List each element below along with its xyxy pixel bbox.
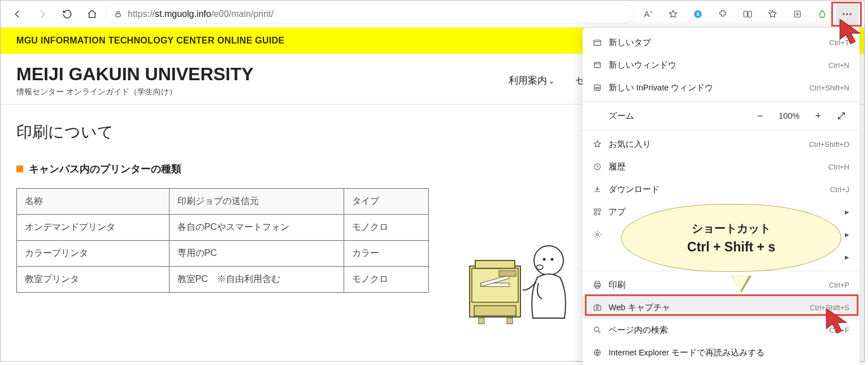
url-scheme: https:// bbox=[128, 9, 155, 19]
svg-point-36 bbox=[594, 327, 599, 332]
cell: モノクロ bbox=[344, 215, 429, 241]
svg-rect-28 bbox=[598, 209, 600, 211]
url-path: /e00/main/print/ bbox=[211, 9, 274, 19]
cell: カラー bbox=[344, 241, 429, 267]
th-name: 名称 bbox=[17, 189, 170, 215]
menu-shortcut: Ctrl+Shift+N bbox=[809, 84, 849, 92]
inprivate-icon bbox=[593, 83, 609, 92]
svg-rect-14 bbox=[507, 318, 513, 324]
chevron-right-icon: ▸ bbox=[845, 207, 849, 216]
menu-inprivate[interactable]: 新しい InPrivate ウィンドウ Ctrl+Shift+N bbox=[583, 76, 860, 99]
printer-link-ondemand[interactable]: オンデマンドプリンタ bbox=[17, 215, 170, 241]
cell: モノクロ bbox=[344, 267, 429, 293]
printer-link-color[interactable]: カラープリンタ bbox=[17, 241, 170, 267]
menu-label: 新しい InPrivate ウィンドウ bbox=[609, 82, 809, 93]
svg-text:S: S bbox=[696, 11, 700, 17]
menu-history[interactable]: 履歴 Ctrl+H bbox=[583, 155, 860, 178]
address-bar[interactable]: https://st.mguolg.info/e00/main/print/ bbox=[106, 5, 635, 24]
cursor-annotation-icon bbox=[837, 16, 867, 47]
menu-web-capture[interactable]: Web キャプチャ Ctrl+Shift+S bbox=[583, 296, 860, 319]
printer-link-classroom[interactable]: 教室プリンタ bbox=[17, 267, 170, 293]
svg-rect-11 bbox=[475, 260, 515, 268]
menu-ie-mode[interactable]: Internet Explorer モードで再読み込みする bbox=[583, 341, 860, 364]
menu-separator bbox=[583, 130, 860, 131]
favorites-icon[interactable] bbox=[761, 4, 784, 24]
menu-label: 新しいタブ bbox=[609, 37, 829, 48]
table-row: カラープリンタ 専用のPC カラー bbox=[17, 241, 429, 267]
svg-point-8 bbox=[850, 13, 852, 15]
nav-usage[interactable]: 利用案内 bbox=[509, 74, 555, 87]
performance-icon[interactable] bbox=[811, 4, 834, 24]
gear-icon bbox=[593, 230, 609, 239]
illustration bbox=[464, 227, 577, 340]
callout-bubble: ショートカット Ctrl + Shift + s bbox=[621, 204, 841, 289]
extensions-icon[interactable] bbox=[711, 4, 734, 24]
ie-icon bbox=[593, 348, 609, 357]
download-icon bbox=[593, 185, 609, 194]
menu-separator bbox=[583, 101, 860, 102]
cursor-annotation-icon bbox=[823, 306, 854, 336]
chevron-right-icon: ▸ bbox=[845, 253, 849, 262]
capture-icon bbox=[593, 303, 609, 312]
fullscreen-button[interactable] bbox=[837, 111, 849, 120]
svg-point-30 bbox=[596, 233, 598, 236]
refresh-button[interactable] bbox=[56, 4, 79, 24]
svg-rect-13 bbox=[479, 318, 484, 324]
svg-rect-12 bbox=[474, 306, 516, 316]
cell: 専用のPC bbox=[169, 241, 344, 267]
svg-rect-0 bbox=[116, 14, 120, 16]
tab-icon bbox=[593, 38, 609, 47]
svg-point-7 bbox=[847, 13, 848, 15]
window-icon bbox=[593, 60, 609, 69]
apps-icon bbox=[593, 207, 609, 216]
cell: 教室PC ※自由利用含む bbox=[169, 267, 344, 293]
svg-point-35 bbox=[596, 307, 598, 309]
svg-point-6 bbox=[843, 13, 845, 15]
search-icon bbox=[593, 325, 609, 334]
callout-shortcut: Ctrl + Shift + s bbox=[687, 240, 775, 255]
menu-label: ダウンロード bbox=[609, 184, 830, 195]
menu-downloads[interactable]: ダウンロード Ctrl+J bbox=[583, 178, 860, 201]
svg-point-17 bbox=[534, 246, 563, 275]
star-icon[interactable] bbox=[662, 4, 684, 24]
menu-shortcut: Ctrl+N bbox=[828, 61, 849, 69]
split-screen-icon[interactable] bbox=[736, 4, 759, 24]
table-header-row: 名称 印刷ジョブの送信元 タイプ bbox=[17, 189, 429, 215]
star-icon bbox=[593, 140, 609, 149]
browser-toolbar: https://st.mguolg.info/e00/main/print/ A… bbox=[1, 1, 864, 28]
svg-rect-34 bbox=[594, 306, 601, 311]
menu-label: 履歴 bbox=[609, 162, 828, 172]
back-button[interactable] bbox=[6, 4, 29, 24]
svg-rect-3 bbox=[744, 11, 747, 17]
forward-button[interactable] bbox=[31, 4, 54, 24]
callout-title: ショートカット bbox=[692, 221, 771, 236]
svg-rect-29 bbox=[594, 212, 597, 215]
lock-icon bbox=[114, 10, 122, 18]
skype-icon[interactable]: S bbox=[687, 4, 709, 24]
site-title: MEIJI GAKUIN UNIVERSITY bbox=[16, 64, 254, 85]
site-subtitle: 情報センター オンラインガイド（学生向け） bbox=[16, 87, 254, 97]
table-row: オンデマンドプリンタ 各自のPCやスマートフォン モノクロ bbox=[17, 215, 429, 241]
menu-new-tab[interactable]: 新しいタブ Ctrl+T bbox=[583, 31, 860, 54]
cell: 各自のPCやスマートフォン bbox=[169, 215, 344, 241]
browser-menu: 新しいタブ Ctrl+T 新しいウィンドウ Ctrl+N 新しい InPriva… bbox=[583, 28, 860, 365]
svg-point-25 bbox=[598, 87, 600, 89]
home-button[interactable] bbox=[81, 4, 103, 24]
collections-icon[interactable] bbox=[786, 4, 809, 24]
zoom-value: 100% bbox=[779, 111, 800, 120]
menu-find[interactable]: ページ内の検索 Ctrl+F bbox=[583, 319, 860, 341]
zoom-in-button[interactable]: + bbox=[812, 110, 824, 122]
svg-rect-27 bbox=[594, 209, 597, 211]
svg-rect-4 bbox=[748, 11, 752, 17]
table-row: 教室プリンタ 教室PC ※自由利用含む モノクロ bbox=[17, 267, 429, 293]
zoom-out-button[interactable]: − bbox=[754, 110, 766, 122]
menu-shortcut: Ctrl+H bbox=[828, 163, 849, 171]
section-title: キャンパス内のプリンターの種類 bbox=[29, 162, 181, 176]
menu-label: 新しいウィンドウ bbox=[609, 60, 828, 71]
th-type: タイプ bbox=[344, 189, 429, 215]
menu-favorites[interactable]: お気に入り Ctrl+Shift+O bbox=[583, 133, 860, 155]
svg-point-18 bbox=[543, 258, 546, 261]
menu-label: お気に入り bbox=[609, 139, 809, 150]
menu-new-window[interactable]: 新しいウィンドウ Ctrl+N bbox=[583, 54, 860, 76]
read-aloud-icon[interactable]: A» bbox=[637, 4, 659, 24]
